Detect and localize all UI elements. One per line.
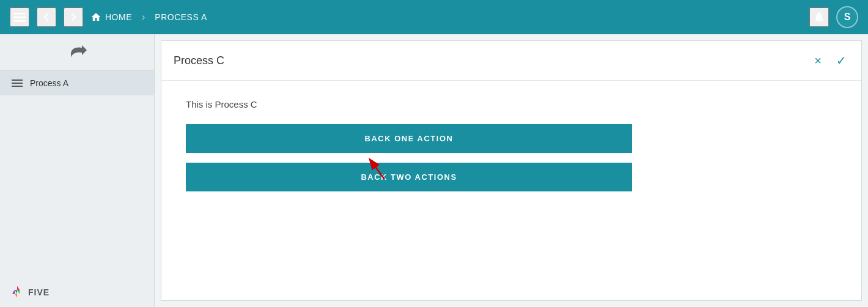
svg-rect-0 <box>13 13 26 15</box>
sidebar: Process A FIVE <box>0 34 155 307</box>
panel-header: Process C × ✓ <box>161 41 861 81</box>
sidebar-footer: FIVE <box>0 278 154 307</box>
panel-actions: × ✓ <box>812 51 849 70</box>
sidebar-item-process-a[interactable]: Process A <box>0 71 154 95</box>
menu-button[interactable] <box>10 7 29 27</box>
back-one-action-button[interactable]: BACK ONE ACTION <box>186 124 632 153</box>
navbar-left: HOME › PROCESS A <box>10 7 207 27</box>
navbar: HOME › PROCESS A S <box>0 0 868 34</box>
svg-marker-7 <box>12 290 15 294</box>
svg-rect-2 <box>13 20 26 22</box>
red-arrow-annotation <box>366 158 391 185</box>
five-logo-text: FIVE <box>28 287 50 297</box>
home-link[interactable]: HOME <box>90 12 132 23</box>
panel-confirm-button[interactable]: ✓ <box>834 51 849 70</box>
panel-body: This is Process C BACK ONE ACTION BACK T… <box>161 81 861 210</box>
avatar[interactable]: S <box>836 6 858 28</box>
forward-button[interactable] <box>64 7 83 27</box>
five-logo-icon <box>10 285 24 300</box>
svg-marker-3 <box>17 286 20 290</box>
notification-button[interactable] <box>809 7 829 27</box>
panel-close-button[interactable]: × <box>812 51 824 70</box>
svg-rect-1 <box>13 17 26 18</box>
content-area: Process C × ✓ This is Process C BACK ONE… <box>155 34 868 307</box>
svg-marker-6 <box>15 294 17 297</box>
panel-title: Process C <box>174 54 224 67</box>
back-two-actions-button[interactable]: BACK TWO ACTIONS <box>186 163 632 191</box>
share-icon <box>66 39 88 65</box>
navbar-right: S <box>809 6 858 28</box>
sidebar-item-label: Process A <box>30 78 68 88</box>
sidebar-header <box>0 34 154 71</box>
svg-marker-4 <box>17 290 20 294</box>
panel: Process C × ✓ This is Process C BACK ONE… <box>161 40 862 301</box>
main-layout: Process A FIVE Process C × <box>0 34 868 307</box>
svg-line-9 <box>372 163 384 179</box>
five-logo: FIVE <box>10 285 50 300</box>
breadcrumb-separator: › <box>142 12 145 23</box>
svg-marker-5 <box>15 290 17 294</box>
menu-lines-icon <box>12 80 23 87</box>
process-description: This is Process C <box>186 99 837 109</box>
back-button[interactable] <box>37 7 56 27</box>
home-label: HOME <box>105 12 132 22</box>
breadcrumb-current: PROCESS A <box>155 12 207 22</box>
